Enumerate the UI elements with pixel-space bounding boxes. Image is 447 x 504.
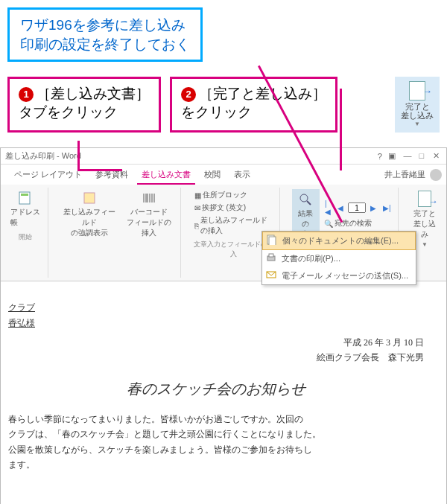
titlebar: 差し込み印刷 - Word ? ▣ — □ ✕ (1, 148, 446, 165)
help-icon[interactable]: ? (378, 152, 382, 161)
finish-merge-menu: 個々のドキュメントの編集(E)... 文書の印刷(P)... 電子メール メッセ… (261, 231, 416, 285)
user-avatar-icon[interactable] (430, 169, 442, 181)
hint-callout: ワザ196を参考に差し込み 印刷の設定を終了しておく (7, 7, 203, 62)
maximize-button[interactable]: □ (416, 151, 428, 160)
ribbon: アドレス帳 開始 差し込みフィールド の強調表示 バーコード フィールドの挿入 … (1, 185, 446, 281)
doc-body-4: ます。 (8, 457, 424, 472)
doc-body-2: クラブは、「春のスケッチ会」と題して井之頭公園に行くことになりました。 (8, 427, 424, 441)
find-recipient-button[interactable]: 🔍宛先の検索 (323, 217, 393, 229)
callout-1-num: 1 (19, 87, 34, 102)
close-button[interactable]: ✕ (430, 151, 442, 161)
highlight-fields-button[interactable]: 差し込みフィールド の強調表示 (60, 189, 120, 240)
minimize-button[interactable]: — (402, 151, 413, 160)
hint-text: ワザ196を参考に差し込み 印刷の設定を終了しておく (20, 17, 190, 52)
window-title: 差し込み印刷 - Word (5, 150, 81, 162)
svg-rect-2 (84, 193, 95, 203)
word-window: 差し込み印刷 - Word ? ▣ — □ ✕ ページ レイアウト 参考資料 差… (0, 147, 447, 504)
doc-title: 春のスケッチ会のお知らせ (8, 376, 424, 401)
highlight-icon (82, 191, 97, 205)
group-fields: 差し込みフィールド の強調表示 バーコード フィールドの挿入 (56, 188, 181, 278)
tab-view[interactable]: 表示 (229, 166, 255, 185)
svg-rect-14 (269, 254, 273, 257)
tab-page-layout[interactable]: ページ レイアウト (10, 166, 86, 185)
group-start: アドレス帳 開始 (4, 188, 48, 278)
svg-line-10 (307, 201, 311, 205)
greeting-icon: ✉ (194, 204, 200, 212)
callout-2-text: ［完了と差し込み］ をクリック (181, 86, 326, 120)
recipient-line2: 香弘様 (8, 316, 424, 331)
address-book-icon (18, 191, 33, 205)
next-record-button[interactable]: ▶ (368, 204, 378, 212)
doc-date: 平成 26 年 3 月 10 日 (8, 335, 424, 350)
greeting-line-button[interactable]: ✉挨拶文 (英文) (193, 202, 275, 214)
tab-mailings[interactable]: 差し込み文書 (137, 166, 195, 185)
address-block-icon: ▦ (194, 191, 201, 200)
doc-body-3: 公園を散策しながら、スケッチを楽しみましょう。皆様のご参加をお待ちし (8, 442, 424, 457)
dropdown-caret-icon: ▼ (414, 121, 420, 128)
mail-icon (266, 269, 276, 280)
callout-1: 1［差し込み文書］ タブをクリック (7, 77, 161, 133)
magnifier-icon (298, 192, 313, 207)
callout-row: 1［差し込み文書］ タブをクリック 2［完了と差し込み］ をクリック 完了と 差… (7, 77, 440, 133)
svg-point-9 (300, 194, 308, 202)
menu-send-email[interactable]: 電子メール メッセージの送信(S)... (262, 267, 416, 284)
doc-from: 絵画クラブ会長 森下光男 (8, 350, 424, 365)
document-area[interactable]: クラブ 香弘様 平成 26 年 3 月 10 日 絵画クラブ会長 森下光男 春の… (1, 281, 446, 504)
insert-field-icon: ⎘ (194, 222, 199, 230)
callout-2: 2［完了と差し込み］ をクリック (170, 77, 337, 133)
group-start-label: 開始 (8, 232, 43, 242)
last-record-button[interactable]: ▶| (381, 204, 393, 212)
recipient-line1: クラブ (8, 300, 424, 315)
svg-rect-1 (21, 194, 28, 196)
doc-body-1: 春らしい季節になってまいりました。皆様いかがお過ごしですか。次回の (8, 412, 424, 427)
callout-2-num: 2 (181, 87, 196, 102)
finish-merge-highlight[interactable]: 完了と 差し込み ▼ (395, 77, 440, 133)
edit-docs-icon (267, 235, 277, 245)
menu-print-documents[interactable]: 文書の印刷(P)... (262, 250, 416, 267)
barcode-icon (142, 191, 156, 205)
document-arrow-icon-small (418, 191, 431, 207)
svg-rect-12 (269, 237, 276, 245)
find-icon: 🔍 (324, 220, 333, 228)
ribbon-tabs: ページ レイアウト 参考資料 差し込み文書 校閲 表示 (5, 165, 259, 185)
document-arrow-icon (409, 81, 425, 101)
record-number-input[interactable] (348, 202, 366, 213)
address-book-button[interactable]: アドレス帳 (8, 189, 43, 229)
ribbon-toggle-icon[interactable]: ▣ (388, 151, 396, 161)
user-name: 井上香緒里 (384, 169, 425, 180)
menu-edit-individual-docs[interactable]: 個々のドキュメントの編集(E)... (262, 232, 416, 250)
barcode-field-button[interactable]: バーコード フィールドの挿入 (122, 189, 175, 240)
callout-1-text: ［差し込み文書］ タブをクリック (19, 86, 150, 120)
dropdown-caret-icon: ▼ (422, 241, 428, 248)
printer-icon (266, 252, 276, 263)
tab-review[interactable]: 校閲 (200, 166, 225, 185)
finish-merge-label: 完了と 差し込み (401, 102, 434, 120)
address-block-button[interactable]: ▦住所ブロック (193, 189, 275, 201)
